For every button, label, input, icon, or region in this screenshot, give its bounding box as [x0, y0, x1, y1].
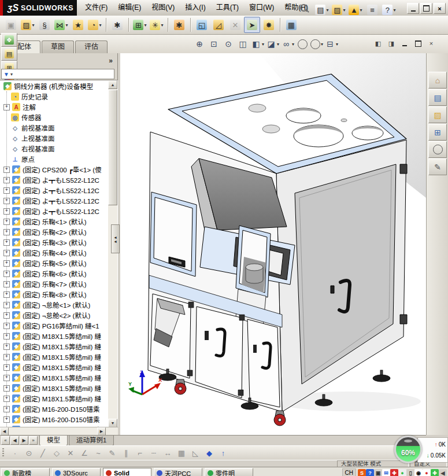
edit-appearance-icon[interactable]: [295, 37, 309, 51]
angle-icon[interactable]: ∠: [77, 447, 91, 459]
tree-item[interactable]: +❖(固定) 乐鞠<3> (默认): [0, 237, 108, 248]
scroll-up-button[interactable]: ▲: [108, 80, 117, 89]
assembly-visualization-icon[interactable]: ✸: [261, 17, 277, 33]
tree-item[interactable]: +A注解: [0, 102, 108, 112]
language-indicator[interactable]: CH: [342, 468, 356, 476]
scroll-down-button[interactable]: ▼: [108, 419, 117, 427]
expand-icon[interactable]: +: [3, 333, 10, 340]
model-front-face[interactable]: [148, 132, 295, 412]
model-right-face[interactable]: [276, 140, 407, 412]
tree-item[interactable]: +❖(固定) 乐鞠<6> (默认): [0, 268, 108, 279]
zoom-to-area-icon[interactable]: ⊡: [207, 37, 221, 51]
tab-运动算例1[interactable]: 运动算例1: [69, 436, 114, 446]
appearances-icon[interactable]: [428, 141, 447, 158]
expand-icon[interactable]: +: [3, 219, 10, 225]
expand-icon[interactable]: +: [3, 260, 10, 267]
expand-icon[interactable]: +: [3, 167, 10, 173]
panel-overflow-chevron[interactable]: »: [109, 57, 113, 65]
taskbar-button-3DSourc[interactable]: 3DSourc: [52, 468, 101, 476]
expand-icon[interactable]: +: [3, 198, 10, 204]
grid-icon[interactable]: ▦: [175, 447, 188, 459]
render-tools-icon[interactable]: ▦: [283, 17, 299, 33]
propertymanager-tab-icon[interactable]: ▤: [1, 47, 17, 61]
tree-vertical-scrollbar[interactable]: ▲ ▼: [108, 80, 117, 427]
scroll-left-button[interactable]: ◀: [0, 427, 9, 436]
menu-item-1[interactable]: 文件(F): [80, 0, 113, 16]
open-part-icon[interactable]: ▨▾: [20, 17, 36, 33]
view-palette-icon[interactable]: ⊞: [428, 124, 447, 141]
tab-草图[interactable]: 草图: [42, 40, 74, 53]
expand-icon[interactable]: +: [3, 281, 10, 287]
tree-item[interactable]: +❖(固定) 乐鞠<2> (默认): [0, 227, 108, 237]
menu-item-7[interactable]: 帮助(H): [279, 0, 313, 16]
view-settings-icon[interactable]: ⊟▾: [324, 37, 339, 51]
tree-item[interactable]: +❖(固定) ¬怠舱<2> (默认): [0, 310, 108, 320]
expand-icon[interactable]: +: [3, 187, 10, 194]
parallel-icon[interactable]: ∥: [119, 447, 133, 459]
expand-icon[interactable]: +: [3, 239, 10, 246]
spline-icon[interactable]: ~: [91, 447, 105, 459]
zoom-pointer-icon[interactable]: ⊙: [221, 37, 235, 51]
tree-item[interactable]: +❖(固定) M18X1.5筭结mil) 縺: [0, 331, 108, 341]
move-component-icon[interactable]: ➤: [244, 17, 260, 33]
expand-icon[interactable]: +: [3, 271, 10, 277]
isometric-cube-icon[interactable]: ◆: [202, 447, 216, 459]
tree-item[interactable]: +❖(固定) よ┳もLS522-L12C: [0, 206, 108, 216]
tab-评估[interactable]: 评估: [75, 40, 108, 53]
tree-item[interactable]: +❖(固定) M16-200-D150镨乘: [0, 404, 108, 414]
sogou-tray-icon[interactable]: S: [358, 469, 366, 476]
assembly-features-icon[interactable]: ✱: [109, 17, 125, 33]
design-library-icon[interactable]: ▤: [428, 89, 447, 106]
taskbar-button-天河PCC[interactable]: 天河PCC: [154, 468, 202, 476]
expand-icon[interactable]: +: [3, 208, 10, 215]
menu-item-5[interactable]: 工具(T): [211, 0, 244, 16]
display-style-icon[interactable]: ◪▾: [265, 37, 280, 51]
tree-item[interactable]: +❖(固定) 乐鞠<8> (默认): [0, 289, 108, 300]
qq-tray-icon[interactable]: ◉: [414, 469, 423, 476]
next-frame-icon[interactable]: ▶: [20, 436, 28, 445]
expand-icon[interactable]: +: [3, 302, 10, 308]
last-frame-icon[interactable]: »: [29, 436, 38, 445]
expand-icon[interactable]: +: [3, 344, 10, 350]
expand-icon[interactable]: +: [3, 364, 10, 371]
tree-item[interactable]: +❖(固定) M18X1.5筭结mil) 縺: [0, 383, 108, 393]
prev-frame-icon[interactable]: ◀: [10, 436, 19, 445]
custom-properties-icon[interactable]: ✎: [428, 158, 447, 175]
help-tray-icon[interactable]: ?: [366, 469, 374, 476]
tree-item[interactable]: +❖(固定) よ┳もLS522-L12C: [0, 175, 108, 185]
tree-item[interactable]: +❖(固定) よ┳もLS522-L12C: [0, 185, 108, 195]
tree-item[interactable]: +❖(固定) M18X1.5筭结mil) 縺: [0, 341, 108, 352]
construction-line-icon[interactable]: ┄: [147, 447, 161, 459]
restore-button[interactable]: [420, 3, 432, 14]
motion-study-icon[interactable]: ⊞▾: [132, 17, 148, 33]
tile-right-icon[interactable]: ◨: [386, 38, 397, 49]
front-door-middle[interactable]: [195, 307, 243, 398]
point-icon[interactable]: ·: [8, 447, 22, 459]
up-axis-icon[interactable]: ↑: [216, 447, 230, 459]
antivirus-tray-icon[interactable]: ✚: [390, 469, 398, 476]
close-button[interactable]: ×: [434, 3, 446, 14]
rotate-component-icon[interactable]: ◔▾: [87, 17, 103, 33]
tree-item[interactable]: +❖(固定) M18X1.5筭结mil) 縺: [0, 372, 108, 383]
expand-icon[interactable]: +: [3, 291, 10, 298]
tree-item[interactable]: +❖(固定) M18X1.5筭结mil) 縺: [0, 352, 108, 362]
tree-item[interactable]: +❖(固定) 乐鞠<1> (默认): [0, 216, 108, 227]
triangle-icon[interactable]: ◺: [188, 447, 202, 459]
menu-item-3[interactable]: 视图(V): [146, 0, 180, 16]
expand-icon[interactable]: +: [3, 104, 10, 110]
expand-icon[interactable]: +: [3, 177, 10, 183]
expand-icon[interactable]: +: [3, 385, 10, 392]
dimension-icon[interactable]: ↔: [161, 447, 175, 459]
tree-item[interactable]: +❖(固定) M18X1.5筭结mil) 縺: [0, 362, 108, 372]
smart-fasteners-icon[interactable]: ★: [70, 17, 86, 33]
featuremanager-tab-icon[interactable]: ❖: [1, 33, 17, 47]
corner-icon[interactable]: ⌐: [133, 447, 147, 459]
reference-geometry-icon[interactable]: ✳▾: [149, 17, 165, 33]
doc-close-icon[interactable]: ×: [425, 38, 437, 49]
taskbar-button-Solid[interactable]: Solid: [103, 468, 151, 476]
hide-show-items-icon[interactable]: ∞▾: [280, 37, 295, 51]
expand-icon[interactable]: +: [3, 375, 10, 381]
alarm-tray-icon[interactable]: ●: [423, 469, 431, 476]
resources-icon[interactable]: ⌂: [428, 72, 447, 88]
tree-horizontal-scrollbar[interactable]: ◀ ▶: [0, 427, 118, 436]
